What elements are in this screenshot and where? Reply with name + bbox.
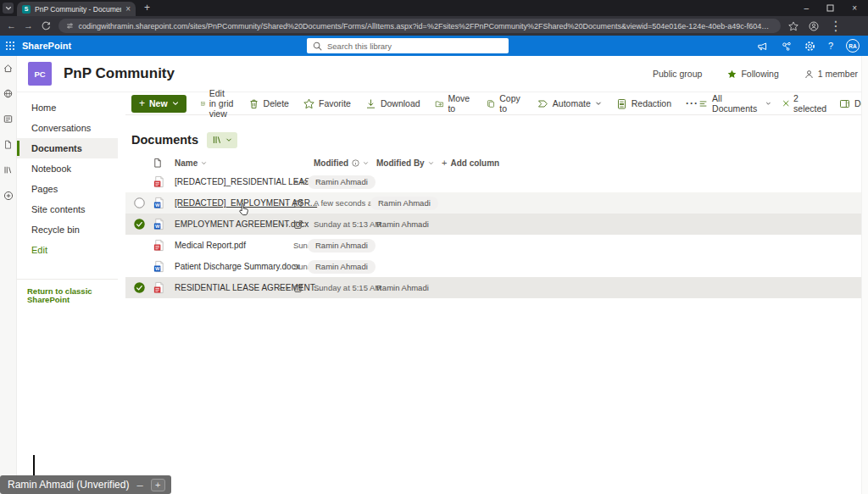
site-info-icon[interactable] [66,21,73,31]
modified-column-label: Modified [314,158,348,168]
clear-selection-button[interactable]: 2 selected [782,93,828,114]
table-row[interactable]: W [REDACTED]_EMPLOYMENT AGR... ··· A few… [125,192,868,214]
scrollbar[interactable] [861,56,868,494]
site-logo[interactable]: PC [28,62,52,86]
sidebar-nav-item[interactable]: Pages [17,179,118,199]
sidebar-nav-item[interactable]: Site contents [17,199,118,219]
forward-button[interactable]: → [24,21,33,31]
window-maximize-button[interactable] [826,4,834,12]
zoom-in-button[interactable]: + [151,479,165,491]
more-commands-button[interactable]: ··· [686,97,698,109]
file-name-link[interactable]: Patient Discharge Summary.docx [175,262,300,271]
members-label: 1 member [818,69,858,79]
new-button[interactable]: + New [131,95,186,113]
new-tab-button[interactable]: + [144,2,150,14]
name-column-label: Name [175,158,198,168]
table-row[interactable]: W EMPLOYMENT AGREEMENT.docx ··· Sunday a… [125,214,868,235]
workspace: Home Conversations Documents Notebook [17,92,868,493]
classic-sharepoint-link[interactable]: Return to classic SharePoint [17,279,118,305]
modified-by-column-header[interactable]: Modified By [376,158,442,168]
reload-button[interactable] [41,21,51,31]
share-icon[interactable] [293,198,303,208]
selected-count-label: 2 selected [793,93,828,114]
sidebar-nav-item[interactable]: Notebook [17,158,118,179]
modified-column-header[interactable]: Modified [314,158,376,168]
row-checkbox[interactable] [134,197,145,208]
search-input[interactable] [327,42,503,51]
copy-to-button[interactable]: Copy to [487,93,523,114]
window-close-button[interactable]: × [852,3,857,13]
word-file-icon: W [153,197,165,209]
site-meta: Public group Following 1 member [653,69,858,79]
browser-menu-icon[interactable]: ⋮ [829,18,843,34]
window-minimize-button[interactable]: – [804,3,810,13]
library-icon[interactable] [3,165,13,175]
sidebar-nav-item[interactable]: Recycle bin [17,219,118,240]
library-view-pill[interactable] [207,132,237,148]
delete-button[interactable]: Delete [248,98,289,109]
command-bar: + New Edit in grid view Delete [125,92,868,115]
details-icon [839,98,850,109]
avatar[interactable]: RA [846,39,860,53]
document-icon[interactable] [3,140,13,149]
table-row[interactable]: W RESIDENTIAL LEASE AGREEMENT... ··· Sun… [125,277,868,298]
browser-urlbar: ← → codingwithramin.sharepoint.com/sites… [0,16,868,36]
waffle-icon[interactable] [5,41,15,51]
members-button[interactable]: 1 member [804,69,858,79]
row-more-actions-button[interactable]: ··· [278,283,293,293]
sidebar-nav-item[interactable]: Documents [17,138,118,158]
redaction-button[interactable]: Redaction [616,98,671,109]
sidebar-nav-item[interactable]: Conversations [17,118,118,138]
address-bar[interactable]: codingwithramin.sharepoint.com/sites/PnP… [58,19,781,33]
site-header: PC PnP Community Public group Following … [17,56,868,92]
share-icon[interactable] [293,283,303,293]
following-button[interactable]: Following [727,69,778,79]
row-more-actions-button[interactable]: ··· [278,219,293,230]
sidebar-nav-label: Notebook [31,164,71,174]
news-icon[interactable] [3,114,13,124]
sharepoint-favicon: S [22,5,31,14]
sidebar-nav-item[interactable]: Home [17,97,118,118]
suite-brand[interactable]: SharePoint [22,41,71,51]
browser-tab[interactable]: S PnP Community - Documents × [17,2,136,16]
move-to-button[interactable]: Move to [435,93,473,114]
vertical-tabs-button[interactable] [3,3,14,14]
browser-profile-icon[interactable] [809,21,819,31]
help-icon[interactable]: ? [828,41,833,51]
view-selector[interactable]: All Documents [698,93,771,114]
sidebar-nav-item[interactable]: Edit [17,240,118,260]
info-icon [352,159,359,167]
table-row[interactable]: W Medical Report.pdf ··· Sunday at 5:11 … [125,235,868,256]
row-more-actions-button[interactable]: ··· [278,198,293,208]
back-button[interactable]: ← [7,21,16,31]
url-text[interactable]: codingwithramin.sharepoint.com/sites/PnP… [78,22,773,31]
row-selected-check-icon[interactable] [134,219,145,230]
overlay-marker-line [33,455,35,475]
favorite-button[interactable]: Favorite [303,98,351,109]
automate-button[interactable]: Automate [537,98,602,109]
edit-grid-view-button[interactable]: Edit in grid view [201,88,234,119]
download-button[interactable]: Download [365,98,420,109]
plus-icon: + [139,97,145,109]
globe-icon[interactable] [3,89,13,98]
tab-close-icon[interactable]: × [125,5,131,14]
file-name-link[interactable]: Medical Report.pdf [175,241,246,250]
star-icon [303,98,314,109]
megaphone-icon[interactable] [757,41,768,52]
gear-icon[interactable] [804,41,815,52]
file-type-column-header[interactable] [153,158,175,168]
pdf-file-icon [153,175,165,188]
network-icon[interactable] [781,41,792,52]
row-selected-check-icon[interactable] [134,282,145,293]
name-column-header[interactable]: Name [175,158,314,168]
site-title[interactable]: PnP Community [64,65,175,82]
zoom-out-button[interactable]: – [136,479,142,491]
table-row[interactable]: W Patient Discharge Summary.docx ··· Sun… [125,256,868,277]
library-search[interactable] [307,38,509,53]
home-icon[interactable] [3,64,13,73]
create-icon[interactable] [3,191,14,201]
share-icon[interactable] [293,219,303,230]
bookmark-star-icon[interactable] [788,21,798,31]
add-column-button[interactable]: + Add column [442,158,868,168]
table-row[interactable]: W [REDACTED]_RESIDENTIAL LEASE AGREEM...… [125,171,868,192]
